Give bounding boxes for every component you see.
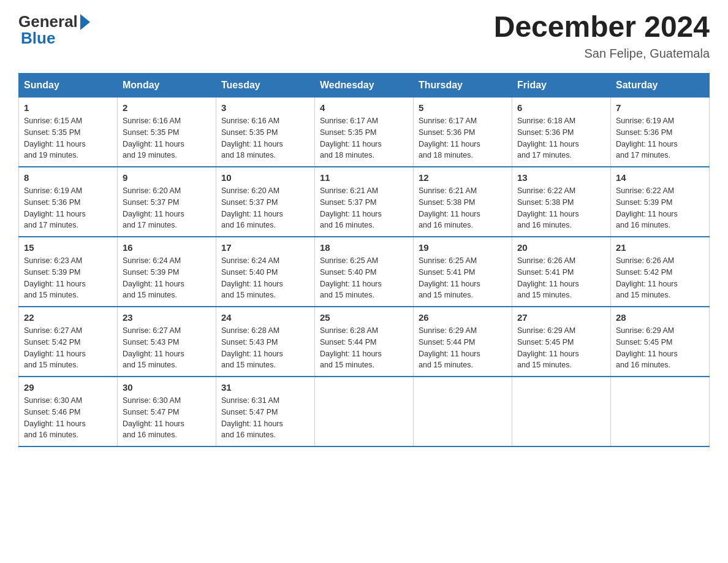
calendar-day-cell: 18Sunrise: 6:25 AMSunset: 5:40 PMDayligh… [315,237,414,307]
day-info: Sunrise: 6:17 AMSunset: 5:35 PMDaylight:… [320,115,408,161]
header-monday: Monday [118,74,216,98]
day-number: 1 [24,102,112,113]
day-number: 2 [123,102,211,113]
calendar-header-row: Sunday Monday Tuesday Wednesday Thursday… [19,74,710,98]
day-number: 31 [221,382,309,393]
day-info: Sunrise: 6:28 AMSunset: 5:43 PMDaylight:… [221,325,309,371]
calendar-day-cell [611,377,710,446]
day-info: Sunrise: 6:16 AMSunset: 5:35 PMDaylight:… [123,115,211,161]
header-wednesday: Wednesday [315,74,414,98]
calendar-week-row: 22Sunrise: 6:27 AMSunset: 5:42 PMDayligh… [19,307,710,377]
day-info: Sunrise: 6:27 AMSunset: 5:42 PMDaylight:… [24,325,112,371]
calendar-day-cell: 29Sunrise: 6:30 AMSunset: 5:46 PMDayligh… [19,377,118,446]
calendar-day-cell: 10Sunrise: 6:20 AMSunset: 5:37 PMDayligh… [216,167,315,237]
calendar-day-cell: 19Sunrise: 6:25 AMSunset: 5:41 PMDayligh… [414,237,512,307]
day-number: 17 [221,242,309,253]
calendar-day-cell: 27Sunrise: 6:29 AMSunset: 5:45 PMDayligh… [512,307,611,377]
header-saturday: Saturday [611,74,710,98]
header-tuesday: Tuesday [216,74,315,98]
header-thursday: Thursday [414,74,512,98]
calendar-day-cell: 28Sunrise: 6:29 AMSunset: 5:45 PMDayligh… [611,307,710,377]
calendar-day-cell: 8Sunrise: 6:19 AMSunset: 5:36 PMDaylight… [19,167,118,237]
header-sunday: Sunday [19,74,118,98]
calendar-day-cell: 13Sunrise: 6:22 AMSunset: 5:38 PMDayligh… [512,167,611,237]
calendar-day-cell: 26Sunrise: 6:29 AMSunset: 5:44 PMDayligh… [414,307,512,377]
day-info: Sunrise: 6:30 AMSunset: 5:47 PMDaylight:… [123,395,211,441]
calendar-week-row: 1Sunrise: 6:15 AMSunset: 5:35 PMDaylight… [19,98,710,167]
day-info: Sunrise: 6:21 AMSunset: 5:38 PMDaylight:… [419,185,507,231]
calendar-day-cell: 3Sunrise: 6:16 AMSunset: 5:35 PMDaylight… [216,98,315,167]
day-info: Sunrise: 6:22 AMSunset: 5:38 PMDaylight:… [517,185,605,231]
day-number: 13 [517,172,605,183]
day-info: Sunrise: 6:25 AMSunset: 5:41 PMDaylight:… [419,255,507,301]
day-number: 26 [419,312,507,323]
day-info: Sunrise: 6:24 AMSunset: 5:40 PMDaylight:… [221,255,309,301]
calendar-week-row: 15Sunrise: 6:23 AMSunset: 5:39 PMDayligh… [19,237,710,307]
calendar-day-cell: 11Sunrise: 6:21 AMSunset: 5:37 PMDayligh… [315,167,414,237]
day-info: Sunrise: 6:25 AMSunset: 5:40 PMDaylight:… [320,255,408,301]
day-number: 16 [123,242,211,253]
day-info: Sunrise: 6:16 AMSunset: 5:35 PMDaylight:… [221,115,309,161]
day-info: Sunrise: 6:26 AMSunset: 5:42 PMDaylight:… [616,255,704,301]
day-info: Sunrise: 6:22 AMSunset: 5:39 PMDaylight:… [616,185,704,231]
month-year-title: December 2024 [494,12,710,42]
day-info: Sunrise: 6:28 AMSunset: 5:44 PMDaylight:… [320,325,408,371]
day-number: 15 [24,242,112,253]
day-info: Sunrise: 6:27 AMSunset: 5:43 PMDaylight:… [123,325,211,371]
calendar-week-row: 8Sunrise: 6:19 AMSunset: 5:36 PMDaylight… [19,167,710,237]
day-number: 21 [616,242,704,253]
calendar-day-cell: 1Sunrise: 6:15 AMSunset: 5:35 PMDaylight… [19,98,118,167]
day-number: 12 [419,172,507,183]
calendar-day-cell: 9Sunrise: 6:20 AMSunset: 5:37 PMDaylight… [118,167,216,237]
calendar-body: 1Sunrise: 6:15 AMSunset: 5:35 PMDaylight… [19,98,710,447]
location-subtitle: San Felipe, Guatemala [494,47,710,61]
day-number: 11 [320,172,408,183]
calendar-day-cell: 20Sunrise: 6:26 AMSunset: 5:41 PMDayligh… [512,237,611,307]
calendar-day-cell: 21Sunrise: 6:26 AMSunset: 5:42 PMDayligh… [611,237,710,307]
calendar-day-cell [315,377,414,446]
calendar-day-cell: 31Sunrise: 6:31 AMSunset: 5:47 PMDayligh… [216,377,315,446]
day-number: 25 [320,312,408,323]
day-number: 6 [517,102,605,113]
day-number: 29 [24,382,112,393]
day-number: 19 [419,242,507,253]
calendar-day-cell: 22Sunrise: 6:27 AMSunset: 5:42 PMDayligh… [19,307,118,377]
day-number: 9 [123,172,211,183]
logo: General Blue [18,12,90,48]
calendar-day-cell: 4Sunrise: 6:17 AMSunset: 5:35 PMDaylight… [315,98,414,167]
calendar-day-cell: 12Sunrise: 6:21 AMSunset: 5:38 PMDayligh… [414,167,512,237]
day-info: Sunrise: 6:29 AMSunset: 5:45 PMDaylight:… [517,325,605,371]
calendar-day-cell: 15Sunrise: 6:23 AMSunset: 5:39 PMDayligh… [19,237,118,307]
day-number: 24 [221,312,309,323]
calendar-week-row: 29Sunrise: 6:30 AMSunset: 5:46 PMDayligh… [19,377,710,446]
calendar-day-cell: 6Sunrise: 6:18 AMSunset: 5:36 PMDaylight… [512,98,611,167]
day-number: 4 [320,102,408,113]
calendar-day-cell: 5Sunrise: 6:17 AMSunset: 5:36 PMDaylight… [414,98,512,167]
day-info: Sunrise: 6:26 AMSunset: 5:41 PMDaylight:… [517,255,605,301]
day-info: Sunrise: 6:30 AMSunset: 5:46 PMDaylight:… [24,395,112,441]
day-number: 18 [320,242,408,253]
calendar-day-cell: 25Sunrise: 6:28 AMSunset: 5:44 PMDayligh… [315,307,414,377]
calendar-day-cell: 14Sunrise: 6:22 AMSunset: 5:39 PMDayligh… [611,167,710,237]
logo-blue-text: Blue [21,29,55,48]
day-info: Sunrise: 6:24 AMSunset: 5:39 PMDaylight:… [123,255,211,301]
day-info: Sunrise: 6:18 AMSunset: 5:36 PMDaylight:… [517,115,605,161]
day-number: 5 [419,102,507,113]
logo-arrow-icon [80,14,90,30]
day-info: Sunrise: 6:20 AMSunset: 5:37 PMDaylight:… [123,185,211,231]
day-number: 3 [221,102,309,113]
calendar-day-cell: 30Sunrise: 6:30 AMSunset: 5:47 PMDayligh… [118,377,216,446]
page-header: General Blue December 2024 San Felipe, G… [18,12,710,61]
calendar-day-cell [414,377,512,446]
calendar-day-cell: 2Sunrise: 6:16 AMSunset: 5:35 PMDaylight… [118,98,216,167]
day-info: Sunrise: 6:15 AMSunset: 5:35 PMDaylight:… [24,115,112,161]
day-info: Sunrise: 6:19 AMSunset: 5:36 PMDaylight:… [616,115,704,161]
day-info: Sunrise: 6:19 AMSunset: 5:36 PMDaylight:… [24,185,112,231]
day-number: 10 [221,172,309,183]
day-number: 28 [616,312,704,323]
calendar-day-cell: 7Sunrise: 6:19 AMSunset: 5:36 PMDaylight… [611,98,710,167]
day-info: Sunrise: 6:23 AMSunset: 5:39 PMDaylight:… [24,255,112,301]
title-section: December 2024 San Felipe, Guatemala [494,12,710,61]
calendar-day-cell: 23Sunrise: 6:27 AMSunset: 5:43 PMDayligh… [118,307,216,377]
day-info: Sunrise: 6:31 AMSunset: 5:47 PMDaylight:… [221,395,309,441]
